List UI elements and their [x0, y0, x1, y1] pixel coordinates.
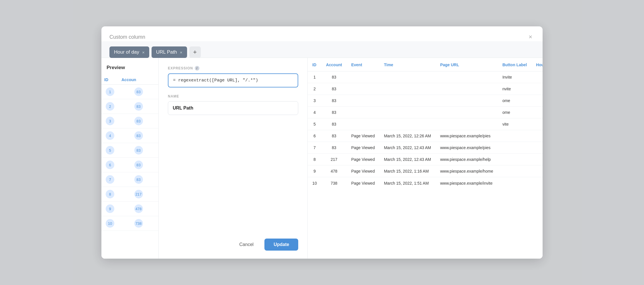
cell-hour: 1 — [531, 165, 543, 177]
row-id-badge: 3 — [106, 117, 114, 125]
row-id-badge: 10 — [106, 219, 114, 228]
cell-button-label: ome — [498, 95, 532, 107]
row-account-badge: 738 — [134, 219, 143, 228]
tab-hour-of-day-label: Hour of day — [114, 49, 139, 55]
cell-hour: 0 — [531, 130, 543, 142]
cell-button-label — [498, 154, 532, 165]
cell-page-url: www.piespace.example/invite — [435, 177, 498, 189]
table-row: 1 83 Invite 0 — [308, 71, 543, 83]
cell-time — [379, 95, 435, 107]
tabs-bar: Hour of day × URL Path × + — [101, 41, 543, 58]
tab-hour-of-day[interactable]: Hour of day × — [109, 46, 149, 58]
cell-page-url — [435, 118, 498, 130]
cell-hour: 0 — [531, 83, 543, 95]
cell-account: 83 — [321, 142, 347, 154]
cell-id: 1 — [308, 71, 321, 83]
expression-label: EXPRESSION i — [168, 66, 298, 71]
preview-panel: Preview ID Accoun 1 83 2 83 3 83 4 83 5 … — [101, 58, 159, 259]
row-id-badge: 4 — [106, 131, 114, 140]
cell-id: 5 — [308, 118, 321, 130]
cell-id: 2 — [308, 83, 321, 95]
modal-body: Preview ID Accoun 1 83 2 83 3 83 4 83 5 … — [101, 58, 543, 259]
expression-input[interactable]: = regexextract([Page URL], "/.*") — [168, 73, 298, 87]
preview-col-account: Accoun — [119, 75, 158, 85]
preview-row: 9 478 — [101, 202, 158, 216]
row-account-badge: 83 — [134, 131, 143, 140]
expression-section: EXPRESSION i = regexextract([Page URL], … — [168, 66, 298, 87]
col-header-time: Time — [379, 58, 435, 71]
row-account-badge: 83 — [134, 102, 143, 111]
row-account-badge: 83 — [134, 161, 143, 169]
cell-time: March 15, 2022, 1:51 AM — [379, 177, 435, 189]
update-button[interactable]: Update — [264, 239, 298, 251]
cell-time — [379, 71, 435, 83]
cell-account: 478 — [321, 165, 347, 177]
cell-id: 3 — [308, 95, 321, 107]
cell-account: 217 — [321, 154, 347, 165]
cell-event — [347, 95, 379, 107]
table-row: 9 478 Page Viewed March 15, 2022, 1:16 A… — [308, 165, 543, 177]
cell-event — [347, 83, 379, 95]
tab-hour-of-day-close-icon[interactable]: × — [142, 50, 145, 55]
col-header-page-url: Page URL — [435, 58, 498, 71]
row-id-badge: 8 — [106, 190, 114, 198]
cell-id: 10 — [308, 177, 321, 189]
preview-row: 3 83 — [101, 114, 158, 128]
cell-button-label: vite — [498, 118, 532, 130]
table-row: 5 83 vite 0 /invite — [308, 118, 543, 130]
name-section: NAME — [168, 94, 298, 115]
tab-url-path-close-icon[interactable]: × — [180, 50, 182, 55]
tab-url-path[interactable]: URL Path × — [152, 46, 187, 58]
cell-id: 8 — [308, 154, 321, 165]
col-header-account: Account — [321, 58, 347, 71]
cell-account: 83 — [321, 71, 347, 83]
row-id-badge: 1 — [106, 87, 114, 96]
row-id-badge: 6 — [106, 161, 114, 169]
cell-time: March 15, 2022, 12:43 AM — [379, 154, 435, 165]
cell-account: 738 — [321, 177, 347, 189]
preview-col-id: ID — [101, 75, 119, 85]
col-header-id: ID — [308, 58, 321, 71]
row-id-badge: 9 — [106, 204, 114, 213]
col-header-button-label: Button Label — [498, 58, 532, 71]
preview-row: 2 83 — [101, 99, 158, 114]
cell-page-url: www.piespace.example/help — [435, 154, 498, 165]
table-row: 7 83 Page Viewed March 15, 2022, 12:43 A… — [308, 142, 543, 154]
row-account-badge: 83 — [134, 117, 143, 125]
cell-event: Page Viewed — [347, 130, 379, 142]
cancel-button[interactable]: Cancel — [232, 239, 260, 251]
cell-button-label: Invite — [498, 71, 532, 83]
cell-page-url — [435, 71, 498, 83]
cell-hour: 0 — [531, 95, 543, 107]
name-input[interactable] — [168, 101, 298, 115]
cell-hour: 0 — [531, 107, 543, 118]
editor-panel: EXPRESSION i = regexextract([Page URL], … — [159, 58, 308, 259]
table-row: 10 738 Page Viewed March 15, 2022, 1:51 … — [308, 177, 543, 189]
cell-event: Page Viewed — [347, 165, 379, 177]
cell-time: March 15, 2022, 1:16 AM — [379, 165, 435, 177]
close-button[interactable]: × — [526, 33, 535, 41]
modal-header: Custom column × — [101, 26, 543, 41]
cell-button-label: nvite — [498, 83, 532, 95]
col-header-hour: Hour of day — [531, 58, 543, 71]
cell-account: 83 — [321, 95, 347, 107]
row-account-badge: 83 — [134, 87, 143, 96]
cell-account: 83 — [321, 83, 347, 95]
cell-time — [379, 107, 435, 118]
cell-event: Page Viewed — [347, 154, 379, 165]
cell-page-url — [435, 95, 498, 107]
cell-id: 6 — [308, 130, 321, 142]
row-account-badge: 217 — [134, 190, 143, 198]
cell-event — [347, 118, 379, 130]
name-label: NAME — [168, 94, 298, 98]
row-id-badge: 2 — [106, 102, 114, 111]
preview-row: 6 83 — [101, 158, 158, 172]
preview-row: 4 83 — [101, 128, 158, 143]
expression-info-icon[interactable]: i — [195, 66, 199, 71]
data-panel: ID Account Event Time Page URL Button La… — [308, 58, 543, 259]
cell-page-url: www.piespace.example/pies — [435, 142, 498, 154]
cell-button-label: ome — [498, 107, 532, 118]
add-tab-button[interactable]: + — [189, 46, 201, 58]
action-row: Cancel Update — [168, 234, 298, 251]
cell-page-url — [435, 107, 498, 118]
